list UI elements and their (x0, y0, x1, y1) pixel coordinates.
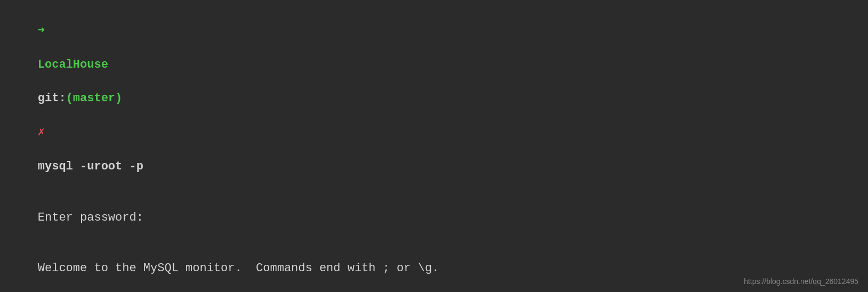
output-line-2: Welcome to the MySQL monitor. Commands e… (10, 243, 858, 292)
terminal-window: ➜ LocalHouse git:(master) ✗ mysql -uroot… (0, 0, 868, 292)
prompt-git: git: (38, 92, 66, 105)
prompt-command: mysql -uroot -p (38, 160, 143, 173)
prompt-localhouse: LocalHouse (38, 58, 108, 71)
prompt-arrow-icon: ➜ (38, 24, 45, 37)
prompt-x: ✗ (38, 126, 45, 139)
prompt-line: ➜ LocalHouse git:(master) ✗ mysql -uroot… (10, 5, 858, 192)
output-line-1: Enter password: (10, 192, 858, 244)
prompt-branch: (master) (66, 92, 123, 105)
watermark: https://blog.csdn.net/qq_26012495 (744, 276, 858, 287)
